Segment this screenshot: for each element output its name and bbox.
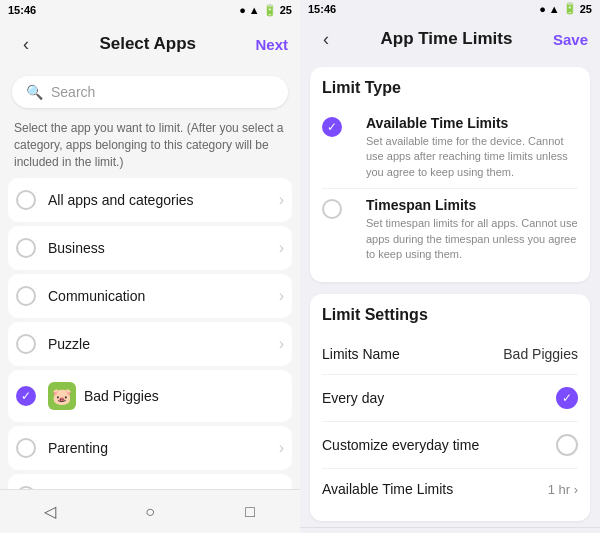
timespan-option[interactable]: Timespan Limits Set timespan limits for …: [322, 188, 578, 270]
right-bottom-nav: ◁ ○ □: [300, 527, 600, 533]
bad-piggies-icon: 🐷: [48, 382, 76, 410]
list-item-parenting[interactable]: Parenting ›: [8, 426, 292, 470]
item-label-parenting: Parenting: [48, 440, 279, 456]
radio-business[interactable]: [16, 238, 36, 258]
available-time-row-value: 1 hr ›: [548, 482, 578, 497]
limit-type-card: Limit Type Available Time Limits Set ava…: [310, 67, 590, 282]
left-panel: 15:46 ● ▲ 🔋 25 ‹ Select Apps Next 🔍 Sear…: [0, 0, 300, 533]
left-time: 15:46: [8, 4, 36, 16]
right-status-icons: ● ▲ 🔋 25: [539, 2, 592, 15]
available-time-row-label: Available Time Limits: [322, 481, 453, 497]
chevron-parenting: ›: [279, 439, 284, 457]
wifi-icon: ●: [239, 4, 246, 16]
search-container: 🔍 Search: [0, 68, 300, 116]
list-item-all-apps[interactable]: All apps and categories ›: [8, 178, 292, 222]
save-button[interactable]: Save: [553, 31, 588, 48]
left-status-bar: 15:46 ● ▲ 🔋 25: [0, 0, 300, 20]
limit-settings-title: Limit Settings: [322, 306, 578, 324]
battery-level: 25: [280, 4, 292, 16]
radio-timespan[interactable]: [322, 199, 342, 219]
right-wifi-icon: ●: [539, 3, 546, 15]
recents-nav-button[interactable]: □: [236, 498, 264, 526]
search-icon: 🔍: [26, 84, 43, 100]
limit-settings-card: Limit Settings Limits Name Bad Piggies E…: [310, 294, 590, 521]
limits-name-label: Limits Name: [322, 346, 400, 362]
right-time: 15:46: [308, 3, 336, 15]
chevron-all-apps: ›: [279, 191, 284, 209]
list-item-business[interactable]: Business ›: [8, 226, 292, 270]
available-time-title: Available Time Limits: [366, 115, 578, 131]
left-header-title: Select Apps: [40, 34, 255, 54]
right-back-button[interactable]: ‹: [312, 25, 340, 53]
every-day-row[interactable]: Every day: [322, 374, 578, 421]
customize-row[interactable]: Customize everyday time: [322, 421, 578, 468]
checkbox-every-day[interactable]: [556, 387, 578, 409]
list-item-communication[interactable]: Communication ›: [8, 274, 292, 318]
customize-label: Customize everyday time: [322, 437, 479, 453]
radio-puzzle[interactable]: [16, 334, 36, 354]
home-nav-button[interactable]: ○: [136, 498, 164, 526]
radio-available-time[interactable]: [322, 117, 342, 137]
radio-bad-piggies[interactable]: [16, 386, 36, 406]
left-status-icons: ● ▲ 🔋 25: [239, 4, 292, 17]
item-label-puzzle: Puzzle: [48, 336, 279, 352]
back-nav-button[interactable]: ◁: [36, 498, 64, 526]
every-day-label: Every day: [322, 390, 384, 406]
list-item-bad-piggies[interactable]: 🐷 Bad Piggies: [8, 370, 292, 422]
item-label-photography: Photography: [48, 488, 279, 489]
item-label-all-apps: All apps and categories: [48, 192, 279, 208]
item-label-bad-piggies: Bad Piggies: [84, 388, 284, 404]
right-panel: 15:46 ● ▲ 🔋 25 ‹ App Time Limits Save Li…: [300, 0, 600, 533]
chevron-puzzle: ›: [279, 335, 284, 353]
timespan-title: Timespan Limits: [366, 197, 578, 213]
available-time-desc: Set available time for the device. Canno…: [366, 134, 578, 180]
list-item-puzzle[interactable]: Puzzle ›: [8, 322, 292, 366]
item-label-business: Business: [48, 240, 279, 256]
checkbox-customize[interactable]: [556, 434, 578, 456]
chevron-business: ›: [279, 239, 284, 257]
item-label-communication: Communication: [48, 288, 279, 304]
radio-parenting[interactable]: [16, 438, 36, 458]
right-status-bar: 15:46 ● ▲ 🔋 25: [300, 0, 600, 17]
right-battery-level: 25: [580, 3, 592, 15]
left-header: ‹ Select Apps Next: [0, 20, 300, 68]
left-back-button[interactable]: ‹: [12, 30, 40, 58]
search-box[interactable]: 🔍 Search: [12, 76, 288, 108]
left-bottom-nav: ◁ ○ □: [0, 489, 300, 533]
limits-name-row: Limits Name Bad Piggies: [322, 334, 578, 374]
right-battery-icon: 🔋: [563, 2, 577, 15]
chevron-communication: ›: [279, 287, 284, 305]
list-item-photography[interactable]: Photography ›: [8, 474, 292, 489]
right-signal-icon: ▲: [549, 3, 560, 15]
radio-photography[interactable]: [16, 486, 36, 489]
signal-icon: ▲: [249, 4, 260, 16]
next-button[interactable]: Next: [255, 36, 288, 53]
right-header-title: App Time Limits: [340, 29, 553, 49]
available-time-option[interactable]: Available Time Limits Set available time…: [322, 107, 578, 188]
select-description: Select the app you want to limit. (After…: [0, 116, 300, 178]
timespan-text: Timespan Limits Set timespan limits for …: [366, 197, 578, 262]
radio-all-apps[interactable]: [16, 190, 36, 210]
available-time-limits-row[interactable]: Available Time Limits 1 hr ›: [322, 468, 578, 509]
available-time-text: Available Time Limits Set available time…: [366, 115, 578, 180]
chevron-photography: ›: [279, 487, 284, 489]
limits-name-value: Bad Piggies: [503, 346, 578, 362]
app-category-list: All apps and categories › Business › Com…: [0, 178, 300, 489]
timespan-desc: Set timespan limits for all apps. Cannot…: [366, 216, 578, 262]
search-input[interactable]: Search: [51, 84, 95, 100]
battery-icon: 🔋: [263, 4, 277, 17]
limit-type-title: Limit Type: [322, 79, 578, 97]
right-header: ‹ App Time Limits Save: [300, 17, 600, 61]
radio-communication[interactable]: [16, 286, 36, 306]
